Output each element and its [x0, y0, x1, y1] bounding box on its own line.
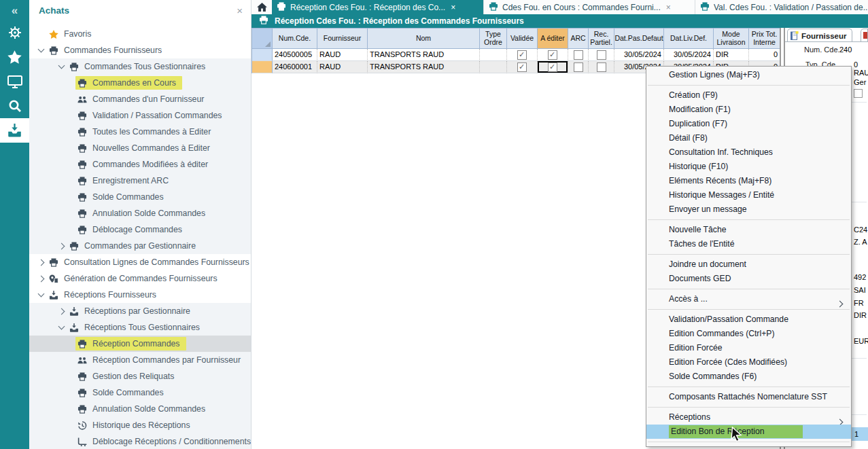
menu-item-validation-passation-commande[interactable]: Validation/Passation Commande	[646, 312, 851, 327]
sidebar-item-r-ceptions-par-gestionnaire[interactable]: Réceptions par Gestionnaire	[29, 303, 251, 319]
chevron-down-icon[interactable]	[55, 65, 67, 68]
menu-item-edition-commandes-ctrl-p[interactable]: Edition Commandes (Ctrl+P)	[646, 327, 851, 341]
sidebar-item-r-ception-commandes[interactable]: Réception Commandes	[29, 336, 251, 352]
sidebar-item-toutes-les-commandes-editer[interactable]: Toutes les Commandes à Editer	[29, 124, 251, 140]
menu-item-joindre-un-document[interactable]: Joindre un document	[646, 257, 851, 272]
tab-fournisseur[interactable]: Fournisseur	[787, 29, 852, 42]
tab-next-sliver[interactable]	[861, 29, 868, 42]
chevron-right-icon[interactable]	[55, 309, 67, 314]
column-header-mode[interactable]: Mode Livraison	[714, 29, 749, 49]
menu-item-duplication-f7[interactable]: Duplication (F7)	[646, 117, 851, 131]
column-header-type[interactable]: Type Ordre	[480, 29, 507, 49]
menu-item-r-ceptions[interactable]: Réceptions	[646, 410, 851, 425]
chevron-right-icon[interactable]	[55, 244, 67, 249]
checkbox-rec[interactable]	[597, 62, 606, 72]
screens-icon[interactable]	[0, 69, 29, 94]
sidebar-item-g-n-ration-de-commandes-fournisseurs[interactable]: Génération de Commandes Fournisseurs	[29, 270, 251, 287]
cell-validee[interactable]	[507, 61, 538, 73]
cell-validee[interactable]	[507, 49, 538, 61]
row-selector[interactable]	[252, 61, 273, 73]
cell-prix[interactable]: 0	[749, 49, 780, 61]
menu-item-el-ments-r-cents-maj-f8[interactable]: Eléments Récents (Maj+F8)	[646, 174, 851, 188]
sidebar-item-annulation-solde-commandes[interactable]: Annulation Solde Commandes	[29, 401, 251, 417]
menu-item-solde-commandes-f6[interactable]: Solde Commandes (F6)	[646, 370, 851, 384]
sidebar-item-solde-commandes[interactable]: Solde Commandes	[29, 384, 251, 401]
tab-close-icon[interactable]: ×	[451, 3, 455, 12]
row-selector[interactable]	[252, 49, 273, 61]
sidebar-item-r-ceptions-tous-gestionnaires[interactable]: Réceptions Tous Gestionnaires	[29, 319, 251, 336]
sidebar-item-r-ceptions-fournisseurs[interactable]: Réceptions Fournisseurs	[29, 287, 251, 303]
menu-item-composants-rattach-s-nomenclature-sst[interactable]: Composants Rattachés Nomenclature SST	[646, 390, 851, 404]
sidebar-item-d-blocage-r-ceptions-conditionnements[interactable]: Déblocage Réceptions / Conditionnements	[29, 433, 251, 449]
chevron-right-icon[interactable]	[35, 276, 47, 281]
checkbox-aediter-checked[interactable]	[548, 62, 557, 72]
chevron-down-icon[interactable]	[55, 326, 67, 329]
favorites-icon[interactable]	[0, 45, 29, 69]
cell-num[interactable]: 240600001	[273, 61, 317, 73]
column-header-nom[interactable]: Nom	[368, 29, 480, 49]
tab-close-icon[interactable]: ×	[666, 3, 671, 12]
column-header-datliv[interactable]: Dat.Liv.Def.	[664, 29, 714, 49]
menu-item-edition-forc-e-cdes-modifi-es[interactable]: Edition Forcée (Cdes Modifiées)	[646, 355, 851, 370]
sidebar-item-commandes-tous-gestionnaires[interactable]: Commandes Tous Gestionnaires	[29, 58, 251, 75]
cell-rec[interactable]	[589, 61, 614, 73]
cell-aediter[interactable]	[538, 61, 568, 73]
tab-1[interactable]: Réception Cdes Fou. : Réception des Co..…	[272, 0, 484, 14]
checkbox-arc[interactable]	[574, 62, 583, 72]
column-header-aediter[interactable]: A éditer	[538, 29, 568, 49]
cell-type[interactable]	[480, 49, 507, 61]
chevron-down-icon[interactable]	[35, 293, 47, 296]
column-header-prix[interactable]: Prix Tot. Interne	[749, 29, 780, 49]
sidebar-item-historique-des-r-ceptions[interactable]: Historique des Réceptions	[29, 417, 251, 433]
receptions-module-icon[interactable]	[0, 118, 29, 143]
sidebar-item-consultation-lignes-de-commandes-fournisseurs[interactable]: Consultation Lignes de Commandes Fournis…	[29, 254, 251, 270]
sidebar-item-r-ception-commandes-par-fournisseur[interactable]: Réception Commandes par Fournisseur	[29, 352, 251, 368]
column-header-num[interactable]: Num.Cde.	[273, 29, 317, 49]
column-header-rec[interactable]: Rec. Partiel.	[589, 29, 614, 49]
menu-item-modification-f1[interactable]: Modification (F1)	[646, 103, 851, 117]
cell-type[interactable]	[480, 61, 507, 73]
menu-item-d-tail-f8[interactable]: Détail (F8)	[646, 131, 851, 145]
sidebar-item-gestion-des-reliquats[interactable]: Gestion des Reliquats	[29, 368, 251, 384]
cell-arc[interactable]	[568, 49, 589, 61]
checkbox-arc[interactable]	[574, 50, 583, 60]
sidebar-item-solde-commandes[interactable]: Solde Commandes	[29, 189, 251, 205]
sidebar-item-commandes-par-gestionnaire[interactable]: Commandes par Gestionnaire	[29, 238, 251, 254]
menu-item-historique-f10[interactable]: Historique (F10)	[646, 160, 851, 174]
tab-3[interactable]: Val. Cdes Fou. : Validation / Passation …	[695, 0, 868, 14]
cell-fourn[interactable]: RAUD	[317, 49, 368, 61]
menu-item-nouvelle-t-che[interactable]: Nouvelle Tâche	[646, 223, 851, 237]
column-header-sel[interactable]	[252, 29, 273, 49]
sidebar-item-enregistrement-arc[interactable]: Enregistrement ARC	[29, 173, 251, 189]
menu-item-t-ches-de-l-entit[interactable]: Tâches de l'Entité	[646, 237, 851, 251]
column-header-validee[interactable]: Validée	[507, 29, 538, 49]
cell-arc[interactable]	[568, 61, 589, 73]
checkbox-rec[interactable]	[597, 50, 606, 60]
menu-item-documents-ged[interactable]: Documents GED	[646, 272, 851, 286]
cell-datliv[interactable]: 30/05/2024	[664, 49, 714, 61]
sidebar-item-nouvelles-commandes-editer[interactable]: Nouvelles Commandes à Editer	[29, 140, 251, 156]
cell-num[interactable]: 240500005	[273, 49, 317, 61]
menu-item-acc-s[interactable]: Accès à ...	[646, 292, 851, 306]
chevron-right-icon[interactable]	[35, 260, 47, 265]
settings-icon[interactable]	[0, 20, 29, 45]
cell-rec[interactable]	[589, 49, 614, 61]
sidebar-item-annulation-solde-commandes[interactable]: Annulation Solde Commandes	[29, 205, 251, 221]
cell-nom[interactable]: TRANSPORTS RAUD	[368, 61, 480, 73]
sidebar-item-commandes-fournisseurs[interactable]: Commandes Fournisseurs	[29, 42, 251, 58]
sidebar-item-commandes-d-un-fournisseur[interactable]: Commandes d'un Fournisseur	[29, 91, 251, 107]
cell-aediter[interactable]	[538, 49, 568, 61]
menu-item-envoyer-un-message[interactable]: Envoyer un message	[646, 202, 851, 217]
close-icon[interactable]: ×	[237, 5, 243, 16]
menu-item-edition-forc-e[interactable]: Edition Forcée	[646, 341, 851, 355]
column-header-datpas[interactable]: Dat.Pas.Defaut	[614, 29, 664, 49]
sidebar-item-d-blocage-commandes[interactable]: Déblocage Commandes	[29, 221, 251, 238]
checkbox-validee-checked[interactable]	[517, 62, 527, 72]
menu-item-consultation-inf-techniques[interactable]: Consultation Inf. Techniques	[646, 145, 851, 160]
column-header-fourn[interactable]: Fournisseur	[317, 29, 368, 49]
menu-item-historique-messages-entit[interactable]: Historique Messages / Entité	[646, 188, 851, 202]
field-checkbox[interactable]	[854, 89, 863, 98]
cell-fourn[interactable]: RAUD	[317, 61, 368, 73]
checkbox-aediter-checked[interactable]	[548, 50, 557, 60]
sidebar-item-favoris[interactable]: Favoris	[29, 26, 251, 42]
